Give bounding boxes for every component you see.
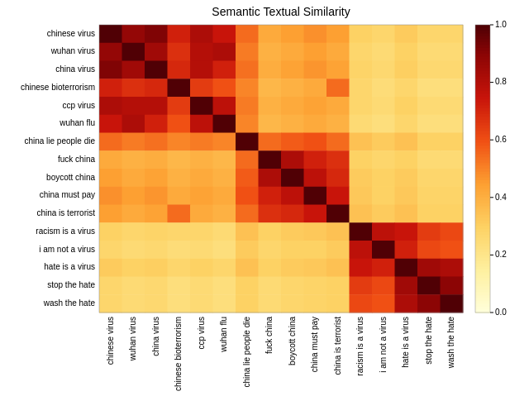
chart-container (0, 0, 529, 420)
heatmap-canvas (0, 0, 529, 420)
